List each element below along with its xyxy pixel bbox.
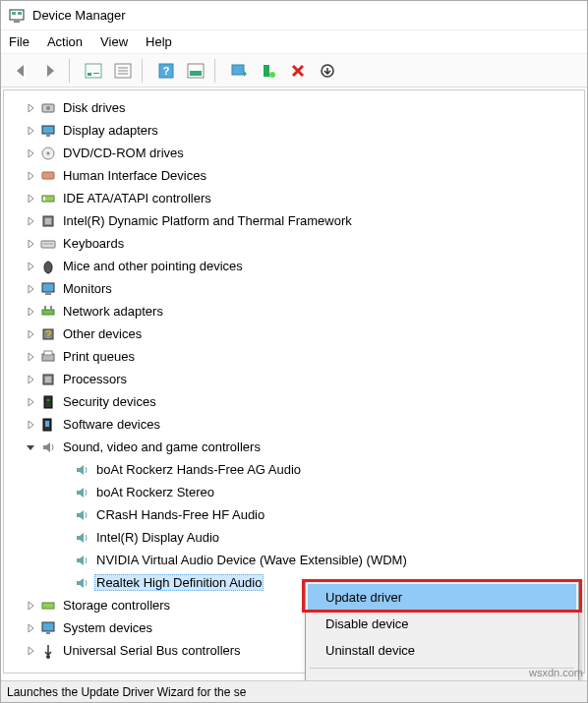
svg-rect-33 (42, 283, 54, 292)
svg-rect-41 (44, 351, 52, 355)
tree-category-print-queues[interactable]: Print queues (6, 345, 584, 368)
title-bar: Device Manager (1, 1, 587, 30)
tree-category-keyboards[interactable]: Keyboards (6, 232, 584, 255)
toolbar-separator (142, 59, 147, 83)
tree-device-boat-stereo[interactable]: boAt Rockerz Stereo (6, 481, 584, 503)
forward-button[interactable] (36, 58, 64, 84)
device-label: NVIDIA Virtual Audio Device (Wave Extens… (94, 552, 409, 568)
expand-icon[interactable] (24, 621, 37, 635)
menu-view[interactable]: View (100, 34, 128, 49)
menu-help[interactable]: Help (146, 34, 172, 49)
category-label: Universal Serial Bus controllers (61, 642, 243, 659)
expand-icon[interactable] (24, 327, 37, 341)
keyboards-icon (39, 235, 57, 253)
menu-file[interactable]: File (9, 34, 29, 49)
toolbar-separator (69, 59, 75, 83)
category-label: Software devices (61, 416, 162, 433)
expand-icon[interactable] (24, 282, 37, 296)
expand-icon[interactable] (24, 237, 37, 251)
back-button[interactable] (7, 58, 34, 84)
category-label: Other devices (61, 325, 144, 342)
toolbar-separator (214, 59, 220, 83)
tree-category-disk-drives[interactable]: Disk drives (6, 96, 584, 119)
enable-button[interactable] (314, 58, 341, 84)
tree-category-intel-thermal[interactable]: Intel(R) Dynamic Platform and Thermal Fr… (6, 209, 584, 232)
speaker-icon (73, 484, 90, 501)
device-label: Intel(R) Display Audio (94, 529, 221, 546)
tree-category-sound[interactable]: Sound, video and game controllers (6, 436, 584, 458)
tree-device-intel-audio[interactable]: Intel(R) Display Audio (6, 526, 584, 549)
category-label: Display adapters (61, 122, 160, 139)
svg-rect-6 (93, 73, 99, 74)
svg-rect-14 (190, 71, 202, 76)
expand-icon[interactable] (24, 350, 37, 364)
expand-icon[interactable] (24, 418, 37, 432)
collapse-icon[interactable] (24, 440, 37, 454)
svg-point-24 (47, 151, 50, 154)
device-label: Realtek High Definition Audio (94, 574, 264, 591)
category-label: System devices (61, 619, 154, 636)
svg-rect-36 (44, 306, 46, 310)
ctx-disable-device[interactable]: Disable device (308, 611, 576, 637)
menu-action[interactable]: Action (47, 34, 83, 49)
spacer (57, 531, 71, 545)
dvd-cd-icon (39, 145, 57, 162)
category-label: Mice and other pointing devices (61, 258, 245, 274)
disable-button[interactable] (284, 58, 312, 84)
tree-category-hid[interactable]: Human Interface Devices (6, 164, 584, 187)
security-icon (39, 393, 57, 411)
svg-rect-43 (45, 377, 51, 382)
ctx-uninstall-device[interactable]: Uninstall device (308, 637, 576, 664)
show-hide-tree-button[interactable] (80, 58, 107, 84)
speaker-icon (73, 552, 90, 569)
svg-rect-27 (43, 197, 45, 201)
svg-rect-16 (264, 65, 269, 77)
tree-device-boat-ag[interactable]: boAt Rockerz Hands-Free AG Audio (6, 458, 584, 481)
expand-icon[interactable] (24, 644, 37, 658)
properties-button[interactable] (109, 58, 137, 84)
expand-icon[interactable] (24, 599, 37, 613)
tree-category-display-adapters[interactable]: Display adapters (6, 119, 584, 142)
expand-icon[interactable] (24, 124, 37, 138)
scan-button[interactable] (182, 58, 209, 84)
tree-category-monitors[interactable]: Monitors (6, 277, 584, 300)
expand-icon[interactable] (24, 101, 37, 115)
system-icon (39, 619, 57, 637)
tree-category-network[interactable]: Network adapters (6, 300, 584, 322)
toolbar: ? (1, 54, 587, 88)
spacer (57, 486, 71, 499)
expand-icon[interactable] (24, 373, 37, 386)
expand-icon[interactable] (24, 192, 37, 205)
device-label: boAt Rockerz Stereo (94, 484, 216, 500)
category-label: Intel(R) Dynamic Platform and Thermal Fr… (61, 212, 354, 229)
svg-rect-47 (45, 421, 49, 427)
tree-category-mice[interactable]: Mice and other pointing devices (6, 255, 584, 277)
svg-rect-22 (46, 135, 50, 137)
uninstall-button[interactable] (255, 58, 282, 84)
tree-category-security[interactable]: Security devices (6, 390, 584, 413)
help-button[interactable]: ? (152, 58, 180, 84)
expand-icon[interactable] (24, 146, 37, 160)
tree-category-other[interactable]: ?Other devices (6, 322, 584, 345)
expand-icon[interactable] (24, 260, 37, 273)
tree-category-processors[interactable]: Processors (6, 368, 584, 390)
tree-category-software[interactable]: Software devices (6, 413, 584, 436)
spacer (57, 508, 71, 522)
intel-thermal-icon (39, 212, 57, 230)
svg-point-45 (47, 399, 49, 401)
svg-text:?: ? (163, 65, 170, 77)
tree-device-nvidia-audio[interactable]: NVIDIA Virtual Audio Device (Wave Extens… (6, 549, 584, 571)
tree-category-dvd-cd[interactable]: DVD/CD-ROM drives (6, 142, 584, 164)
monitors-icon (39, 280, 57, 298)
expand-icon[interactable] (24, 214, 37, 228)
expand-icon[interactable] (24, 395, 37, 409)
tree-device-crash-hf[interactable]: CRasH Hands-Free HF Audio (6, 503, 584, 526)
ctx-update-driver[interactable]: Update driver (308, 584, 576, 611)
expand-icon[interactable] (24, 305, 37, 319)
other-icon: ? (39, 325, 57, 343)
update-driver-button[interactable] (225, 58, 253, 84)
expand-icon[interactable] (24, 169, 37, 183)
svg-rect-37 (50, 306, 52, 310)
watermark: wsxdn.com (529, 667, 583, 678)
tree-category-ide[interactable]: IDE ATA/ATAPI controllers (6, 187, 584, 209)
